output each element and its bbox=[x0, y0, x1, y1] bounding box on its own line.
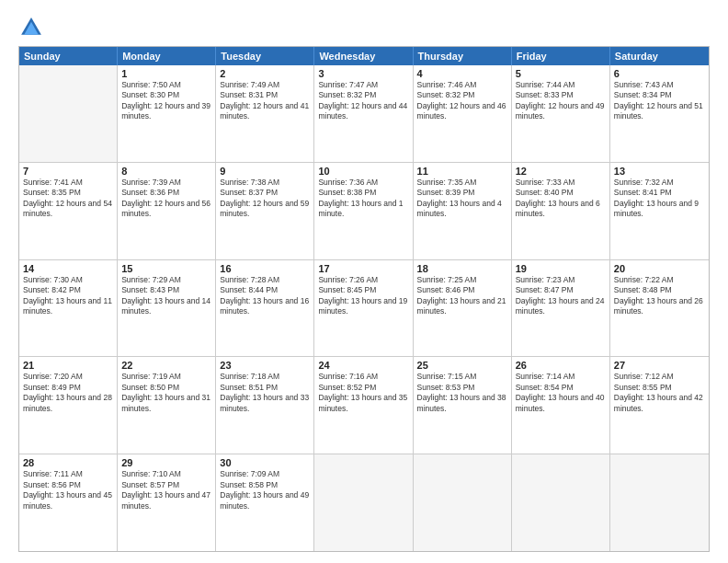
sunrise-text: Sunrise: 7:49 AM bbox=[220, 80, 310, 90]
weekday-label: Friday bbox=[512, 47, 610, 65]
sunrise-text: Sunrise: 7:32 AM bbox=[614, 178, 705, 188]
daylight-text: Daylight: 12 hours and 49 minutes. bbox=[516, 101, 606, 122]
day-number: 10 bbox=[318, 166, 408, 177]
calendar-cell: 17 Sunrise: 7:26 AM Sunset: 8:45 PM Dayl… bbox=[314, 260, 413, 357]
day-number: 30 bbox=[220, 457, 310, 468]
sunset-text: Sunset: 8:41 PM bbox=[614, 188, 705, 198]
daylight-text: Daylight: 13 hours and 28 minutes. bbox=[23, 393, 113, 414]
sunset-text: Sunset: 8:45 PM bbox=[318, 285, 408, 295]
sunrise-text: Sunrise: 7:30 AM bbox=[23, 275, 113, 285]
calendar-cell: 28 Sunrise: 7:11 AM Sunset: 8:56 PM Dayl… bbox=[19, 454, 118, 551]
sunrise-text: Sunrise: 7:36 AM bbox=[318, 178, 408, 188]
sunset-text: Sunset: 8:53 PM bbox=[417, 383, 507, 393]
sunset-text: Sunset: 8:42 PM bbox=[23, 285, 113, 295]
calendar-cell: 24 Sunrise: 7:16 AM Sunset: 8:52 PM Dayl… bbox=[314, 357, 413, 454]
logo-icon bbox=[18, 15, 44, 40]
weekday-label: Tuesday bbox=[216, 47, 314, 65]
day-number: 20 bbox=[614, 263, 705, 274]
calendar-cell: 11 Sunrise: 7:35 AM Sunset: 8:39 PM Dayl… bbox=[414, 163, 512, 259]
sunset-text: Sunset: 8:43 PM bbox=[121, 285, 211, 295]
calendar-cell: 29 Sunrise: 7:10 AM Sunset: 8:57 PM Dayl… bbox=[118, 454, 216, 551]
daylight-text: Daylight: 13 hours and 16 minutes. bbox=[220, 296, 310, 317]
sunrise-text: Sunrise: 7:10 AM bbox=[121, 469, 211, 479]
calendar-cell bbox=[610, 454, 709, 551]
daylight-text: Daylight: 13 hours and 47 minutes. bbox=[121, 490, 211, 511]
calendar-cell: 6 Sunrise: 7:43 AM Sunset: 8:34 PM Dayli… bbox=[610, 65, 709, 162]
calendar-cell: 25 Sunrise: 7:15 AM Sunset: 8:53 PM Dayl… bbox=[414, 357, 512, 454]
sunset-text: Sunset: 8:32 PM bbox=[417, 90, 507, 100]
sunrise-text: Sunrise: 7:50 AM bbox=[121, 80, 211, 90]
sunrise-text: Sunrise: 7:44 AM bbox=[516, 80, 606, 90]
sunset-text: Sunset: 8:50 PM bbox=[121, 383, 211, 393]
day-number: 25 bbox=[417, 360, 507, 371]
day-number: 23 bbox=[220, 360, 310, 371]
calendar-row: 14 Sunrise: 7:30 AM Sunset: 8:42 PM Dayl… bbox=[19, 260, 709, 358]
daylight-text: Daylight: 13 hours and 11 minutes. bbox=[23, 296, 113, 317]
sunset-text: Sunset: 8:51 PM bbox=[220, 383, 310, 393]
calendar-cell: 22 Sunrise: 7:19 AM Sunset: 8:50 PM Dayl… bbox=[118, 357, 216, 454]
daylight-text: Daylight: 13 hours and 38 minutes. bbox=[417, 393, 507, 414]
day-number: 3 bbox=[318, 68, 408, 79]
day-number: 22 bbox=[121, 360, 211, 371]
daylight-text: Daylight: 12 hours and 39 minutes. bbox=[121, 101, 211, 122]
daylight-text: Daylight: 13 hours and 9 minutes. bbox=[614, 199, 705, 220]
weekday-label: Sunday bbox=[19, 47, 118, 65]
day-number: 17 bbox=[318, 263, 408, 274]
day-number: 24 bbox=[318, 360, 408, 371]
sunrise-text: Sunrise: 7:47 AM bbox=[318, 80, 408, 90]
sunset-text: Sunset: 8:35 PM bbox=[23, 188, 113, 198]
page: SundayMondayTuesdayWednesdayThursdayFrid… bbox=[0, 0, 728, 563]
calendar-cell bbox=[512, 454, 610, 551]
sunrise-text: Sunrise: 7:38 AM bbox=[220, 178, 310, 188]
sunrise-text: Sunrise: 7:20 AM bbox=[23, 372, 113, 382]
calendar-cell: 12 Sunrise: 7:33 AM Sunset: 8:40 PM Dayl… bbox=[512, 163, 610, 259]
daylight-text: Daylight: 13 hours and 24 minutes. bbox=[516, 296, 606, 317]
weekday-label: Saturday bbox=[610, 47, 709, 65]
day-number: 1 bbox=[121, 68, 211, 79]
sunrise-text: Sunrise: 7:33 AM bbox=[516, 178, 606, 188]
sunset-text: Sunset: 8:31 PM bbox=[220, 90, 310, 100]
calendar-body: 1 Sunrise: 7:50 AM Sunset: 8:30 PM Dayli… bbox=[19, 65, 709, 551]
daylight-text: Daylight: 13 hours and 45 minutes. bbox=[23, 490, 113, 511]
sunrise-text: Sunrise: 7:28 AM bbox=[220, 275, 310, 285]
calendar-cell: 3 Sunrise: 7:47 AM Sunset: 8:32 PM Dayli… bbox=[314, 65, 413, 162]
calendar-cell: 14 Sunrise: 7:30 AM Sunset: 8:42 PM Dayl… bbox=[19, 260, 118, 357]
calendar-cell: 7 Sunrise: 7:41 AM Sunset: 8:35 PM Dayli… bbox=[19, 163, 118, 259]
day-number: 6 bbox=[614, 68, 705, 79]
sunrise-text: Sunrise: 7:11 AM bbox=[23, 469, 113, 479]
sunset-text: Sunset: 8:40 PM bbox=[516, 188, 606, 198]
day-number: 26 bbox=[516, 360, 606, 371]
sunset-text: Sunset: 8:55 PM bbox=[614, 383, 705, 393]
daylight-text: Daylight: 12 hours and 54 minutes. bbox=[23, 199, 113, 220]
calendar-cell: 5 Sunrise: 7:44 AM Sunset: 8:33 PM Dayli… bbox=[512, 65, 610, 162]
daylight-text: Daylight: 13 hours and 31 minutes. bbox=[121, 393, 211, 414]
sunrise-text: Sunrise: 7:25 AM bbox=[417, 275, 507, 285]
sunrise-text: Sunrise: 7:18 AM bbox=[220, 372, 310, 382]
calendar: SundayMondayTuesdayWednesdayThursdayFrid… bbox=[18, 46, 710, 552]
day-number: 5 bbox=[516, 68, 606, 79]
sunrise-text: Sunrise: 7:14 AM bbox=[516, 372, 606, 382]
day-number: 13 bbox=[614, 166, 705, 177]
sunrise-text: Sunrise: 7:29 AM bbox=[121, 275, 211, 285]
calendar-cell: 21 Sunrise: 7:20 AM Sunset: 8:49 PM Dayl… bbox=[19, 357, 118, 454]
calendar-cell: 30 Sunrise: 7:09 AM Sunset: 8:58 PM Dayl… bbox=[216, 454, 314, 551]
sunrise-text: Sunrise: 7:12 AM bbox=[614, 372, 705, 382]
day-number: 29 bbox=[121, 457, 211, 468]
sunset-text: Sunset: 8:33 PM bbox=[516, 90, 606, 100]
sunset-text: Sunset: 8:38 PM bbox=[318, 188, 408, 198]
sunset-text: Sunset: 8:46 PM bbox=[417, 285, 507, 295]
sunrise-text: Sunrise: 7:16 AM bbox=[318, 372, 408, 382]
sunset-text: Sunset: 8:48 PM bbox=[614, 285, 705, 295]
daylight-text: Daylight: 13 hours and 33 minutes. bbox=[220, 393, 310, 414]
daylight-text: Daylight: 13 hours and 26 minutes. bbox=[614, 296, 705, 317]
sunset-text: Sunset: 8:52 PM bbox=[318, 383, 408, 393]
calendar-cell: 15 Sunrise: 7:29 AM Sunset: 8:43 PM Dayl… bbox=[118, 260, 216, 357]
day-number: 4 bbox=[417, 68, 507, 79]
sunrise-text: Sunrise: 7:46 AM bbox=[417, 80, 507, 90]
day-number: 19 bbox=[516, 263, 606, 274]
daylight-text: Daylight: 13 hours and 4 minutes. bbox=[417, 199, 507, 220]
sunset-text: Sunset: 8:57 PM bbox=[121, 480, 211, 490]
calendar-cell: 2 Sunrise: 7:49 AM Sunset: 8:31 PM Dayli… bbox=[216, 65, 314, 162]
sunrise-text: Sunrise: 7:22 AM bbox=[614, 275, 705, 285]
sunset-text: Sunset: 8:37 PM bbox=[220, 188, 310, 198]
